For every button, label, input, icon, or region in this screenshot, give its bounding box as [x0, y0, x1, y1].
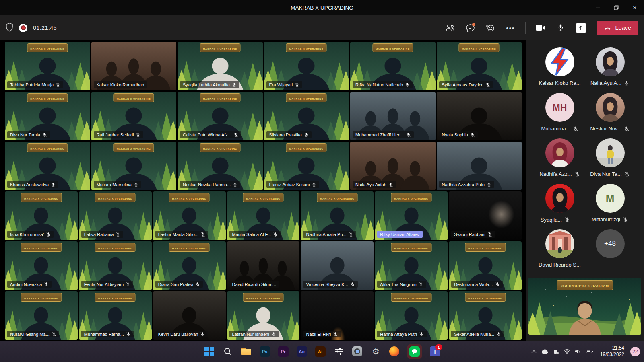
camera-icon[interactable] [532, 20, 549, 35]
premiere-icon[interactable]: Pr [278, 346, 289, 357]
participant-tile[interactable]: MAKRAB X UPGRADINGRafi Jauhar Setiadi [91, 92, 177, 140]
participant-tile[interactable]: MAKRAB X UPGRADINGRifka Nafilatun Nafich… [350, 42, 436, 90]
participant-tile[interactable]: MAKRAB X UPGRADINGFairuz Ardiaz Kesani [264, 142, 349, 190]
after-effects-icon[interactable]: Ae [296, 346, 307, 357]
participant-tile[interactable]: MAKRAB X UPGRADINGMutiara Marselina [91, 142, 177, 190]
photoshop-icon[interactable]: Ps [259, 346, 270, 357]
participant-tile[interactable]: Muhammad Zhafif Hen... [350, 92, 436, 140]
sidebar-participant[interactable]: MHMuhamma... [535, 93, 585, 138]
illustrator-icon[interactable]: Ai [315, 346, 326, 357]
file-explorer-icon[interactable] [241, 346, 252, 357]
firefox-icon[interactable] [389, 346, 400, 357]
participant-tile[interactable]: MAKRAB X UPGRADINGSilviana Prastika [264, 92, 349, 140]
maximize-icon[interactable] [607, 0, 625, 15]
sidebar-participant[interactable]: Syaqila...⋯ [535, 184, 585, 229]
participant-tile[interactable]: MAKRAB X UPGRADINGTabitha Patricia Muaja [5, 42, 90, 90]
participant-tile[interactable]: MAKRAB X UPGRADINGDestrinanda Wula... [449, 241, 522, 290]
taskbar-clock[interactable]: 21:54 19/03/2022 [600, 345, 624, 358]
participant-tile[interactable]: MAKRAB X UPGRADINGRifky Usman Alfarez [375, 191, 448, 240]
sidebar-participant[interactable]: MMiftahurrizqi [585, 184, 635, 229]
participant-tile[interactable]: MAKRAB X UPGRADINGFerita Nur Aldisyiam [79, 241, 152, 290]
participant-tile[interactable]: MAKRAB X UPGRADINGCalista Putri Widna Af… [178, 92, 263, 140]
meeting-toolbar: 01:21:45 ••• Leave [0, 15, 644, 40]
sidebar-participant[interactable]: Nestiar Nov... [585, 93, 635, 138]
participant-name: Calista Putri Widna Afz... [183, 132, 231, 137]
settings-gear-icon[interactable]: ⚙ [370, 346, 381, 357]
cloud-icon[interactable] [541, 349, 549, 354]
participant-name: Era Wijayati [269, 82, 293, 87]
mic-muted-icon [273, 232, 278, 237]
participant-tile[interactable]: MAKRAB X UPGRADINGDiana Sari Pratiwi [153, 241, 226, 290]
avatar-photo [545, 229, 574, 258]
battery-icon[interactable] [586, 349, 593, 354]
participant-tile[interactable]: Nabil El Fikri [301, 291, 374, 340]
participant-tile[interactable]: Vincentia Sheyva K... [301, 241, 374, 290]
participant-name: Nurarvi Gilang Ma... [10, 332, 50, 337]
participant-tile[interactable]: MAKRAB X UPGRADINGNadhira Amalia Pu... [301, 191, 374, 240]
participant-tile[interactable]: MAKRAB X UPGRADINGSyifa Almaas Dayrico [437, 42, 522, 90]
camera-app-icon[interactable] [352, 346, 363, 357]
leave-button[interactable]: Leave [597, 21, 638, 35]
mic-muted-icon [623, 217, 628, 222]
sidebar-participant[interactable]: Naila Ayu A... [585, 47, 635, 93]
participant-tile[interactable]: MAKRAB X UPGRADINGKhansa Aristawidya [5, 142, 90, 190]
participant-name-label: Rafi Jauhar Setiadi [94, 131, 144, 138]
chevron-up-icon[interactable] [531, 350, 537, 353]
participant-tile[interactable]: MAKRAB X UPGRADINGMuhammad Farha... [79, 291, 152, 340]
participant-tile[interactable]: MAKRAB X UPGRADINGHanna Attaya Putri [375, 291, 448, 340]
participant-tile[interactable]: MAKRAB X UPGRADINGAndini Noerizkia [5, 241, 78, 290]
sidebar-participant[interactable]: Diva Nur Ta... [585, 138, 635, 184]
device-icon[interactable] [553, 349, 559, 354]
participant-tile[interactable]: MAKRAB X UPGRADINGDiva Nur Tamia [5, 92, 90, 140]
participant-tile[interactable]: MAKRAB X UPGRADINGIsna Khoirunnisa' [5, 191, 78, 240]
line-app-icon[interactable] [407, 344, 422, 359]
chat-icon[interactable] [462, 20, 479, 35]
sidebar-participant[interactable]: David Ricardo S... [535, 229, 585, 275]
participant-tile[interactable]: MAKRAB X UPGRADINGSekar Adelia Nuria... [449, 291, 522, 340]
participant-tile[interactable]: MAKRAB X UPGRADINGMaulia Salma Al F... [227, 191, 300, 240]
participant-tile[interactable]: MAKRAB X UPGRADINGNestiar Novika Rahma..… [178, 142, 263, 190]
windows-start-icon[interactable] [204, 346, 215, 357]
participant-tile[interactable]: Naila Ayu Aidah [350, 142, 436, 190]
grid-row: MAKRAB X UPGRADINGKhansa AristawidyaMAKR… [5, 142, 522, 190]
participant-tile[interactable]: MAKRAB X UPGRADINGNurarvi Gilang Ma... [5, 291, 78, 340]
mixer-icon[interactable] [333, 346, 344, 357]
participant-tile[interactable]: MAKRAB X UPGRADINGAtika Tria Ningrum [375, 241, 448, 290]
share-icon[interactable] [572, 20, 589, 35]
notification-count-badge[interactable]: 22 [630, 347, 640, 356]
participant-tile[interactable]: MAKRAB X UPGRADINGEra Wijayati [264, 42, 349, 90]
mic-muted-icon [406, 132, 411, 137]
participant-tile[interactable]: MAKRAB X UPGRADINGLatifah Nur Isnaeni [227, 291, 300, 340]
sidebar-participant[interactable]: Nadhifa Azz... [535, 138, 585, 184]
search-icon[interactable] [222, 346, 233, 357]
more-icon[interactable]: ••• [502, 20, 519, 35]
participant-tile[interactable]: Nadhifa Azzahra Putri [437, 142, 522, 190]
mic-icon[interactable] [552, 20, 569, 35]
self-view-tile[interactable]: MAKRAB X UPGRADING [528, 278, 641, 335]
participant-tile[interactable]: Kevin Daru Bailovan [153, 291, 226, 340]
more-options-icon[interactable]: ⋯ [572, 216, 579, 223]
teams-app-icon[interactable]: T1 [429, 346, 440, 357]
participant-name-label: Nabil El Fikri [303, 331, 341, 337]
participant-tile[interactable]: David Ricardo Situm... [227, 241, 300, 290]
minimize-icon[interactable] [588, 0, 607, 15]
sidebar-participant[interactable]: +48 [585, 229, 635, 275]
mic-muted-icon [487, 232, 492, 237]
people-icon[interactable] [442, 20, 458, 35]
sidebar-participant[interactable]: Kaisar Kioko Ra... [535, 47, 585, 93]
participant-name: Nyala Sophia [442, 132, 468, 137]
participant-tile[interactable]: Syauqi Rabbani [449, 191, 522, 240]
volume-icon[interactable] [575, 349, 581, 354]
grid-scroll-gutter[interactable] [522, 40, 526, 341]
mic-muted-icon [200, 332, 205, 337]
reactions-icon[interactable] [482, 20, 499, 35]
participant-name-label: Lativa Rabania [81, 231, 123, 238]
close-icon[interactable]: ✕ [625, 0, 644, 15]
wifi-icon[interactable] [564, 349, 570, 354]
participant-tile[interactable]: Nyala Sophia [437, 92, 522, 140]
participant-tile[interactable]: MAKRAB X UPGRADINGLativa Rabania [79, 191, 152, 240]
sidebar-participant-name: Nadhifa Azz... [539, 171, 580, 177]
participant-tile[interactable]: MAKRAB X UPGRADINGSyaqila Luthfia Akmali… [178, 42, 263, 90]
participant-tile[interactable]: Kaisar Kioko Ramadhan [91, 42, 177, 90]
participant-tile[interactable]: MAKRAB X UPGRADINGLastiur Maida Siho... [153, 191, 226, 240]
